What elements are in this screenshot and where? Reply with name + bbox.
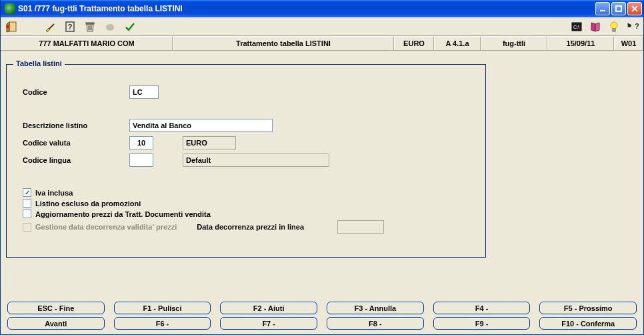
svg-text:C:\: C:\: [573, 25, 579, 29]
decorrenza-box: [337, 220, 384, 234]
descrizione-label: Descrizione listino: [23, 121, 129, 129]
f7-button[interactable]: F7 -: [220, 317, 317, 330]
f2-button[interactable]: F2 - Aiuti: [220, 302, 317, 314]
valuta-code-input[interactable]: [129, 136, 153, 149]
info-title: Trattamento tabella LISTINI: [173, 37, 394, 50]
gest-row: Gestione data decorrenza validita' prezz…: [23, 220, 469, 234]
lightbulb-icon[interactable]: [607, 20, 621, 33]
svg-point-12: [106, 24, 114, 31]
info-currency: EURO: [394, 37, 434, 50]
svg-rect-16: [613, 29, 615, 31]
descrizione-input[interactable]: [129, 119, 273, 132]
svg-rect-1: [616, 6, 621, 11]
lingua-desc: Default: [183, 153, 329, 167]
f1-button[interactable]: F1 - Pulisci: [114, 302, 211, 314]
check-icon[interactable]: [123, 20, 137, 33]
avanti-button[interactable]: Avanti: [7, 317, 105, 330]
svg-text:?: ?: [635, 22, 639, 30]
maximize-button[interactable]: [611, 2, 626, 15]
svg-text:?: ?: [68, 23, 73, 31]
trash-icon[interactable]: [83, 20, 97, 33]
svg-rect-8: [86, 23, 94, 24]
exit-icon[interactable]: [5, 20, 18, 33]
lingua-label: Codice lingua: [23, 156, 129, 164]
help-icon[interactable]: ?: [63, 20, 77, 33]
iva-row: ✓ Iva inclusa: [23, 188, 469, 197]
tabella-listini-group: Tabella listini Codice Descrizione listi…: [6, 64, 486, 258]
f9-button[interactable]: F9 -: [433, 317, 531, 330]
app-icon: [5, 3, 15, 14]
info-date: 15/09/11: [547, 37, 614, 50]
agg-label: Aggiornamento prezzi da Tratt. Documenti…: [35, 210, 211, 218]
fnkeys: ESC - Fine F1 - Pulisci F2 - Aiuti F3 - …: [1, 299, 643, 335]
esc-button[interactable]: ESC - Fine: [7, 302, 105, 314]
valuta-desc: EURO: [183, 136, 236, 149]
group-legend: Tabella listini: [13, 59, 65, 67]
valuta-label: Codice valuta: [23, 139, 129, 147]
close-button[interactable]: [627, 2, 642, 15]
info-module: fug-ttli: [481, 37, 547, 50]
blob-icon[interactable]: [103, 20, 117, 33]
titlebar: S01 /777 fug-ttli Trattamento tabella LI…: [1, 0, 643, 17]
svg-point-15: [611, 22, 617, 29]
f10-button[interactable]: F10 - Conferma: [539, 317, 637, 330]
info-user: 777 MALFATTI MARIO COM: [1, 37, 173, 50]
iva-label: Iva inclusa: [35, 189, 73, 197]
info-version: A 4.1.a: [434, 37, 481, 50]
f8-button[interactable]: F8 -: [327, 317, 424, 330]
lingua-code-input[interactable]: [129, 153, 153, 167]
gest-checkbox: [23, 223, 31, 232]
f6-button[interactable]: F6 -: [114, 317, 211, 330]
info-row: 777 MALFATTI MARIO COM Trattamento tabel…: [1, 36, 643, 51]
promo-row: Listino escluso da promozioni: [23, 199, 469, 208]
info-workstation: W01: [614, 37, 643, 50]
promo-checkbox[interactable]: [23, 199, 31, 208]
promo-label: Listino escluso da promozioni: [35, 200, 141, 208]
iva-checkbox[interactable]: ✓: [23, 188, 31, 197]
brush-icon[interactable]: [43, 20, 57, 33]
f4-button[interactable]: F4 -: [433, 302, 531, 314]
svg-rect-4: [9, 22, 16, 31]
minimize-button[interactable]: [595, 2, 610, 15]
toolbar: ? C:\ ?: [1, 17, 643, 36]
window-buttons: [595, 2, 642, 15]
gest-label: Gestione data decorrenza validita' prezz…: [35, 223, 177, 231]
agg-row: Aggiornamento prezzi da Tratt. Documenti…: [23, 210, 469, 218]
book-icon[interactable]: [589, 20, 602, 33]
codice-label: Codice: [23, 88, 129, 96]
terminal-icon[interactable]: C:\: [570, 20, 583, 33]
decorrenza-label: Data decorrenza prezzi in linea: [197, 223, 304, 231]
main-area: Tabella listini Codice Descrizione listi…: [1, 51, 643, 299]
svg-line-5: [49, 24, 54, 29]
window-title: S01 /777 fug-ttli Trattamento tabella LI…: [18, 4, 595, 13]
agg-checkbox[interactable]: [23, 210, 31, 218]
context-help-icon[interactable]: ?: [626, 20, 639, 33]
f5-button[interactable]: F5 - Prossimo: [539, 302, 637, 314]
f3-button[interactable]: F3 - Annulla: [327, 302, 424, 314]
codice-input[interactable]: [129, 85, 159, 99]
